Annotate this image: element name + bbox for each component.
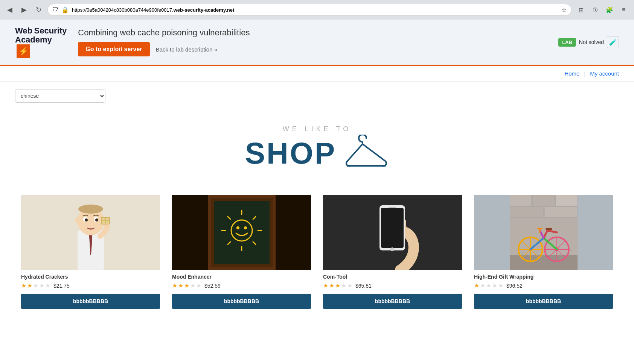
hero-title: SHOP [245,136,337,171]
product-card-4: High-End Gift Wrapping ★ ★ ★ ★ ★ $96.52 … [468,195,619,316]
svg-rect-36 [510,255,578,270]
star-1-2: ★ [27,282,32,289]
back-to-lab-button[interactable]: Back to lab description » [156,46,217,53]
svg-rect-40 [510,207,544,217]
svg-point-10 [85,218,88,221]
star-4-4: ★ [492,282,497,289]
logo-line1: Web Security [15,26,67,35]
product-image-4 [474,195,613,270]
url-text: https://0a5a004204c830b080a744e900fe0017… [72,7,558,13]
product-stars-2: ★ ★ ★ ★ ★ [172,282,201,289]
svg-point-29 [244,226,247,229]
browser-chrome: ◀ ▶ ↻ 🛡 🔒 https://0a5a004204c830b080a744… [0,0,634,20]
language-selector[interactable]: chinese english spanish french german [15,89,105,103]
star-1-4: ★ [39,282,44,289]
lab-title-area: Combining web cache poisoning vulnerabil… [78,28,547,56]
product-stars-3: ★ ★ ★ ★ ★ [323,282,352,289]
lab-actions: Go to exploit server Back to lab descrip… [78,42,547,56]
star-3-4: ★ [341,282,346,289]
star-4-3: ★ [486,282,491,289]
back-button[interactable]: ◀ [5,5,15,15]
add-to-cart-3[interactable]: bbbbbBBBBB [323,294,462,309]
product-price-4: $96.52 [506,283,523,289]
address-bar[interactable]: 🛡 🔒 https://0a5a004204c830b080a744e900fe… [47,4,572,16]
svg-rect-61 [546,228,552,230]
puzzle-icon[interactable]: 🧩 [604,4,615,15]
product-name-4: High-End Gift Wrapping [474,274,613,280]
lab-header: Web Security Academy ⚡ Combining web cac… [0,20,634,66]
star-icon[interactable]: ☆ [561,6,567,14]
product-rating-price-3: ★ ★ ★ ★ ★ $65.81 [323,282,462,289]
svg-point-5 [78,205,103,214]
logo-academy: Academy [15,35,52,44]
product-image-2 [172,195,311,270]
main-content: chinese english spanish french german WE… [0,82,634,324]
product-name-2: Mood Enhancer [172,274,311,280]
svg-point-34 [390,247,394,251]
star-2-4: ★ [190,282,195,289]
site-nav: Home | My account [0,66,634,82]
home-link[interactable]: Home [564,70,579,77]
star-3-2: ★ [329,282,334,289]
svg-point-11 [95,218,98,221]
lock-icon: 🔒 [61,6,69,14]
star-2-1: ★ [172,282,177,289]
add-to-cart-2[interactable]: bbbbbBBBBB [172,294,311,309]
product-rating-price-1: ★ ★ ★ ★ ★ $21.75 [21,282,160,289]
add-to-cart-1[interactable]: bbbbbBBBBB [21,294,160,309]
hero-title-row: SHOP [15,135,619,172]
star-4-2: ★ [480,282,485,289]
svg-rect-38 [532,195,555,206]
my-account-link[interactable]: My account [590,70,619,77]
svg-rect-32 [381,208,404,248]
products-grid: Hydrated Crackers ★ ★ ★ ★ ★ $21.75 bbbbb… [15,195,619,316]
star-2-2: ★ [178,282,183,289]
product-card-2: Mood Enhancer ★ ★ ★ ★ ★ $52.59 bbbbbBBBB… [166,195,317,316]
star-2-3: ★ [184,282,189,289]
lab-not-solved: Not solved [579,39,604,45]
product-rating-price-2: ★ ★ ★ ★ ★ $52.59 [172,282,311,289]
flask-icon[interactable]: 🧪 [607,36,619,48]
star-3-5: ★ [347,282,352,289]
reload-button[interactable]: ↻ [33,5,44,15]
star-1-5: ★ [45,282,50,289]
menu-icon[interactable]: ≡ [618,4,629,15]
extensions-icon[interactable]: ⊞ [575,4,587,15]
product-card-1: Hydrated Crackers ★ ★ ★ ★ ★ $21.75 bbbbb… [15,195,166,316]
hanger-icon [344,135,389,172]
product-image-3 [323,195,462,270]
star-1-3: ★ [33,282,38,289]
lightning-icon: ⚡ [17,44,30,58]
product-price-3: $65.81 [355,283,372,289]
logo-line2: Academy ⚡ [15,35,67,58]
product-price-2: $52.59 [204,283,221,289]
lab-badge: LAB [558,38,576,47]
browser-toolbar: ⊞ ① 🧩 ≡ [575,4,629,15]
product-image-1 [21,195,160,270]
forward-button[interactable]: ▶ [19,5,29,15]
add-to-cart-4[interactable]: bbbbbBBBBB [474,294,613,309]
hero-section: WE LIKE TO SHOP [15,118,619,187]
profile-icon[interactable]: ① [590,4,601,15]
svg-rect-41 [544,207,578,217]
star-3-1: ★ [323,282,328,289]
logo-web: Web [15,26,32,35]
svg-point-6 [75,217,80,224]
logo-security: Security [34,26,67,35]
product-name-1: Hydrated Crackers [21,274,160,280]
star-4-5: ★ [498,282,503,289]
svg-rect-33 [389,207,396,208]
star-2-5: ★ [196,282,201,289]
product-stars-4: ★ ★ ★ ★ ★ [474,282,503,289]
product-rating-price-4: ★ ★ ★ ★ ★ $96.52 [474,282,613,289]
lab-status: LAB Not solved 🧪 [558,36,619,48]
star-4-1: ★ [474,282,479,289]
nav-separator: | [584,70,585,77]
product-stars-1: ★ ★ ★ ★ ★ [21,282,50,289]
logo: Web Security Academy ⚡ [15,26,67,58]
logo-text: Web Security Academy ⚡ [15,26,67,58]
svg-rect-39 [556,195,578,206]
svg-rect-37 [510,195,532,206]
exploit-server-button[interactable]: Go to exploit server [78,42,149,56]
product-card-3: Com-Tool ★ ★ ★ ★ ★ $65.81 bbbbbBBBBB [317,195,468,316]
